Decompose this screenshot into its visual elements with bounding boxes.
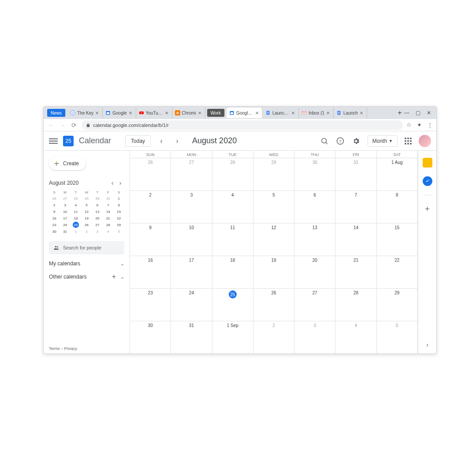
- google-apps-button[interactable]: [405, 138, 412, 145]
- other-calendars-section[interactable]: Other calendars + ⌄: [49, 273, 124, 281]
- day-cell[interactable]: 27: [294, 289, 335, 321]
- mini-day-cell[interactable]: 17: [60, 215, 70, 222]
- mini-day-cell[interactable]: 18: [71, 215, 81, 222]
- tab-close-button[interactable]: ✕: [198, 111, 202, 115]
- mini-day-cell[interactable]: 16: [49, 215, 60, 222]
- day-cell[interactable]: 10: [171, 223, 212, 256]
- minimize-button[interactable]: —: [404, 110, 409, 116]
- browser-menu-icon[interactable]: ⋮: [427, 122, 433, 128]
- day-cell[interactable]: 22: [377, 256, 418, 288]
- day-cell[interactable]: 15: [377, 223, 418, 256]
- day-cell[interactable]: 5: [377, 321, 418, 353]
- browser-tab[interactable]: Launch✕: [334, 108, 367, 118]
- tab-close-button[interactable]: ✕: [291, 111, 296, 115]
- day-cell[interactable]: 29: [377, 289, 418, 321]
- add-calendar-button[interactable]: +: [112, 273, 116, 281]
- mini-day-cell[interactable]: 14: [103, 208, 113, 215]
- mini-day-cell[interactable]: 30: [49, 228, 60, 235]
- main-menu-button[interactable]: [49, 137, 58, 145]
- mini-day-cell[interactable]: 27: [60, 195, 70, 202]
- day-cell[interactable]: 2: [130, 191, 171, 223]
- day-cell[interactable]: 30: [294, 158, 335, 190]
- mini-day-cell[interactable]: 11: [71, 208, 81, 215]
- browser-tab[interactable]: Launch Pr✕: [263, 108, 299, 118]
- tab-close-button[interactable]: ✕: [326, 111, 331, 115]
- next-month-button[interactable]: ›: [172, 136, 182, 146]
- mini-day-cell[interactable]: 15: [114, 208, 124, 215]
- day-cell[interactable]: 28: [335, 289, 376, 321]
- mini-day-cell[interactable]: 21: [103, 215, 113, 222]
- day-cell[interactable]: 21: [335, 256, 376, 288]
- tab-close-button[interactable]: ✕: [165, 111, 169, 115]
- expand-panel-button[interactable]: ›: [426, 341, 428, 348]
- day-cell[interactable]: 18: [212, 256, 253, 288]
- mini-day-cell[interactable]: 1: [71, 228, 81, 235]
- day-cell[interactable]: 26: [130, 158, 171, 190]
- day-cell[interactable]: 30: [130, 321, 171, 353]
- tasks-icon[interactable]: [423, 176, 432, 186]
- mini-day-cell[interactable]: 25: [73, 222, 79, 228]
- day-cell[interactable]: 5: [253, 191, 294, 223]
- extensions-icon[interactable]: ✦: [417, 122, 422, 128]
- mini-day-cell[interactable]: 30: [92, 195, 103, 202]
- tab-close-button[interactable]: ✕: [255, 111, 260, 115]
- tab-group-news[interactable]: News: [47, 109, 66, 117]
- browser-tab[interactable]: GThe Key✕: [67, 108, 103, 118]
- day-cell[interactable]: 4: [212, 191, 253, 223]
- add-addon-button[interactable]: +: [423, 204, 432, 214]
- day-cell[interactable]: 25: [212, 289, 253, 321]
- browser-tab[interactable]: YouTube✕: [136, 108, 172, 118]
- settings-icon[interactable]: [352, 137, 361, 145]
- mini-day-cell[interactable]: 26: [49, 195, 60, 202]
- day-cell[interactable]: 26: [253, 289, 294, 321]
- close-window-button[interactable]: ✕: [427, 110, 431, 116]
- day-cell[interactable]: 9: [130, 223, 171, 256]
- day-cell[interactable]: 19: [253, 256, 294, 288]
- browser-tab[interactable]: BChromi✕: [172, 108, 205, 118]
- day-cell[interactable]: 3: [171, 191, 212, 223]
- day-cell[interactable]: 27: [171, 158, 212, 190]
- mini-day-cell[interactable]: 2: [81, 228, 92, 235]
- maximize-button[interactable]: ▢: [416, 110, 420, 116]
- mini-day-cell[interactable]: 29: [114, 222, 124, 228]
- day-cell[interactable]: 13: [294, 223, 335, 256]
- mini-day-cell[interactable]: 22: [114, 215, 124, 222]
- day-cell[interactable]: 6: [294, 191, 335, 223]
- day-cell[interactable]: 7: [335, 191, 376, 223]
- mini-day-cell[interactable]: 7: [103, 202, 113, 208]
- day-cell[interactable]: 2: [253, 321, 294, 353]
- search-icon[interactable]: [320, 137, 329, 145]
- mini-prev-button[interactable]: ‹: [108, 179, 116, 187]
- mini-day-cell[interactable]: 28: [71, 195, 81, 202]
- reload-button[interactable]: ⟳: [70, 121, 78, 129]
- my-calendars-section[interactable]: My calendars ⌄: [49, 260, 124, 267]
- browser-tab[interactable]: Google✕: [103, 108, 136, 118]
- day-cell[interactable]: 29: [253, 158, 294, 190]
- day-cell[interactable]: 14: [335, 223, 376, 256]
- mini-day-cell[interactable]: 13: [92, 208, 103, 215]
- help-icon[interactable]: ?: [336, 137, 345, 145]
- day-cell[interactable]: 31: [171, 321, 212, 353]
- mini-day-cell[interactable]: 4: [71, 202, 81, 208]
- terms-link[interactable]: Terms: [49, 346, 60, 351]
- day-cell[interactable]: 23: [130, 289, 171, 321]
- mini-day-cell[interactable]: 8: [114, 202, 124, 208]
- prev-month-button[interactable]: ‹: [156, 136, 167, 146]
- mini-day-cell[interactable]: 3: [92, 228, 103, 235]
- day-cell[interactable]: 8: [377, 191, 418, 223]
- mini-day-cell[interactable]: 26: [81, 222, 92, 228]
- mini-day-cell[interactable]: 28: [103, 222, 113, 228]
- mini-day-cell[interactable]: 29: [81, 195, 92, 202]
- day-cell[interactable]: 1 Sep: [212, 321, 253, 353]
- view-selector[interactable]: Month▼: [368, 135, 398, 147]
- mini-day-cell[interactable]: 3: [60, 202, 70, 208]
- back-button[interactable]: ←: [47, 121, 55, 129]
- today-button[interactable]: Today: [125, 135, 151, 147]
- mini-day-cell[interactable]: 2: [49, 202, 60, 208]
- mini-day-cell[interactable]: 4: [103, 228, 113, 235]
- day-cell[interactable]: 31: [335, 158, 376, 190]
- mini-day-cell[interactable]: 9: [49, 208, 60, 215]
- browser-tab[interactable]: Inbox (1✕: [299, 108, 334, 118]
- day-cell[interactable]: 28: [212, 158, 253, 190]
- tab-close-button[interactable]: ✕: [360, 111, 364, 115]
